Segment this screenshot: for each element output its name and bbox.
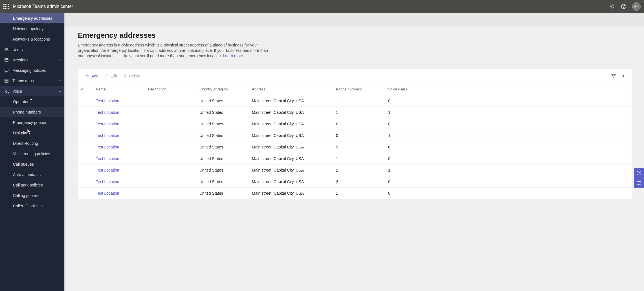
row-checkbox[interactable] xyxy=(78,106,94,118)
location-name-link[interactable]: Test Location xyxy=(96,99,119,103)
table-row[interactable]: Test LocationUnited StatesMain street, C… xyxy=(78,130,632,141)
sidebar-item-emergency-addresses[interactable]: Emergency addresses xyxy=(0,13,65,23)
row-checkbox[interactable] xyxy=(78,164,94,176)
filter-icon[interactable] xyxy=(610,72,617,80)
location-name-link[interactable]: Test Location xyxy=(96,191,119,196)
table-row[interactable]: Test LocationUnited StatesMain street, C… xyxy=(78,141,632,153)
cell-address: Main street, Capital City, USA xyxy=(250,141,334,153)
banner-space xyxy=(65,13,644,27)
col-header-voice[interactable]: Voice users xyxy=(386,83,632,95)
help-icon[interactable] xyxy=(621,4,627,9)
sidebar-item-operators[interactable]: Operators xyxy=(0,96,65,107)
location-name-link[interactable]: Test Location xyxy=(96,122,119,126)
learn-more-link[interactable]: Learn more xyxy=(223,54,243,58)
cell-address: Main street, Capital City, USA xyxy=(250,106,334,118)
cell-phone: 9 xyxy=(334,141,386,153)
cell-country: United States xyxy=(197,153,250,164)
cell-country: United States xyxy=(197,187,250,199)
table-row[interactable]: Test LocationUnited StatesMain street, C… xyxy=(78,187,632,199)
sidebar-item-label: Call queues xyxy=(13,162,34,166)
top-bar-right: AP xyxy=(610,2,641,11)
table-row[interactable]: Test LocationUnited StatesMain street, C… xyxy=(78,176,632,187)
sidebar-item-voice-routing-policies[interactable]: Voice routing policies xyxy=(0,148,65,159)
col-header-name[interactable]: Name xyxy=(94,83,146,95)
sidebar-item-messaging-policies[interactable]: Messaging policies xyxy=(0,65,65,75)
location-name-link[interactable]: Test Location xyxy=(96,145,119,149)
row-checkbox[interactable] xyxy=(78,141,94,153)
sidebar-item-caller-id-policies[interactable]: Caller ID policies xyxy=(0,201,65,211)
svg-rect-5 xyxy=(5,59,8,62)
cell-voice: 0 xyxy=(386,176,632,187)
table-row[interactable]: Test LocationUnited StatesMain street, C… xyxy=(78,164,632,176)
cell-description xyxy=(146,176,197,187)
table-row[interactable]: Test LocationUnited StatesMain street, C… xyxy=(78,118,632,130)
cell-voice: 1 xyxy=(386,106,632,118)
select-all-checkbox[interactable] xyxy=(78,83,94,95)
feedback-tab-icon[interactable] xyxy=(634,178,644,188)
cell-voice: 0 xyxy=(386,153,632,164)
sidebar-item-label: Dial plans xyxy=(13,131,30,135)
row-checkbox[interactable] xyxy=(78,130,94,141)
settings-icon[interactable] xyxy=(610,4,615,9)
location-name-link[interactable]: Test Location xyxy=(96,179,119,184)
sidebar-item-networks-locations[interactable]: Networks & locations xyxy=(0,34,65,44)
sidebar-item-users[interactable]: Users xyxy=(0,44,65,55)
cell-description xyxy=(146,130,197,141)
sidebar-item-label: Messaging policies xyxy=(12,68,46,73)
sidebar-item-direct-routing[interactable]: Direct Routing xyxy=(0,138,65,148)
sidebar-item-label: Network topology xyxy=(13,26,43,31)
user-avatar[interactable]: AP xyxy=(632,2,641,11)
sidebar-item-label: Networks & locations xyxy=(13,37,50,41)
voice-icon xyxy=(4,89,9,94)
sidebar-item-voice[interactable]: Voice xyxy=(0,86,65,96)
sidebar-item-dial-plans[interactable]: Dial plans xyxy=(0,128,65,138)
col-header-country[interactable]: Country or region xyxy=(197,83,250,95)
floating-help-tabs xyxy=(634,168,644,188)
chevron-down-icon xyxy=(58,79,62,83)
location-name-link[interactable]: Test Location xyxy=(96,110,119,115)
sidebar-item-label: Caller ID policies xyxy=(13,204,43,208)
sidebar-item-call-park-policies[interactable]: Call park policies xyxy=(0,180,65,190)
location-name-link[interactable]: Test Location xyxy=(96,168,119,172)
help-tab-icon[interactable] xyxy=(634,168,644,178)
app-launcher-icon[interactable] xyxy=(3,4,9,9)
table-row[interactable]: Test LocationUnited StatesMain street, C… xyxy=(78,153,632,164)
sidebar-item-call-queues[interactable]: Call queues xyxy=(0,159,65,169)
add-label: Add xyxy=(91,74,98,78)
cell-country: United States xyxy=(197,176,250,187)
location-name-link[interactable]: Test Location xyxy=(96,133,119,138)
col-header-address[interactable]: Address xyxy=(250,83,334,95)
col-header-phone[interactable]: Phone numbers xyxy=(334,83,386,95)
cell-country: United States xyxy=(197,141,250,153)
col-header-description[interactable]: Description xyxy=(146,83,197,95)
column-settings-icon[interactable] xyxy=(619,72,627,80)
location-name-link[interactable]: Test Location xyxy=(96,156,119,161)
sidebar-item-network-topology[interactable]: Network topology xyxy=(0,23,65,34)
row-checkbox[interactable] xyxy=(78,95,94,106)
delete-button[interactable]: Delete xyxy=(120,72,143,80)
sidebar-item-emergency-policies[interactable]: Emergency policies xyxy=(0,117,65,128)
row-checkbox[interactable] xyxy=(78,118,94,130)
sidebar-item-auto-attendants[interactable]: Auto attendants xyxy=(0,169,65,180)
sidebar-item-label: Voice routing policies xyxy=(13,152,50,156)
sidebar-item-calling-policies[interactable]: Calling policies xyxy=(0,190,65,201)
sidebar-item-meetings[interactable]: Meetings xyxy=(0,55,65,65)
users-icon xyxy=(4,47,9,52)
table-header-row: Name Description Country or region Addre… xyxy=(78,83,632,95)
cell-voice: 1 xyxy=(386,130,632,141)
meetings-icon xyxy=(4,57,9,63)
row-checkbox[interactable] xyxy=(78,153,94,164)
chevron-down-icon xyxy=(58,58,62,62)
table-row[interactable]: Test LocationUnited StatesMain street, C… xyxy=(78,95,632,106)
add-button[interactable]: Add xyxy=(82,72,101,80)
sidebar-item-teams-apps[interactable]: Teams apps xyxy=(0,75,65,86)
row-checkbox[interactable] xyxy=(78,187,94,199)
cell-phone: 1 xyxy=(334,95,386,106)
cell-phone: 1 xyxy=(334,153,386,164)
edit-button[interactable]: Edit xyxy=(101,72,120,80)
table-row[interactable]: Test LocationUnited StatesMain street, C… xyxy=(78,106,632,118)
sidebar-item-phone-numbers[interactable]: Phone numbers xyxy=(0,107,65,117)
row-checkbox[interactable] xyxy=(78,176,94,187)
app-title: Microsoft Teams admin center xyxy=(13,4,73,9)
cell-description xyxy=(146,106,197,118)
